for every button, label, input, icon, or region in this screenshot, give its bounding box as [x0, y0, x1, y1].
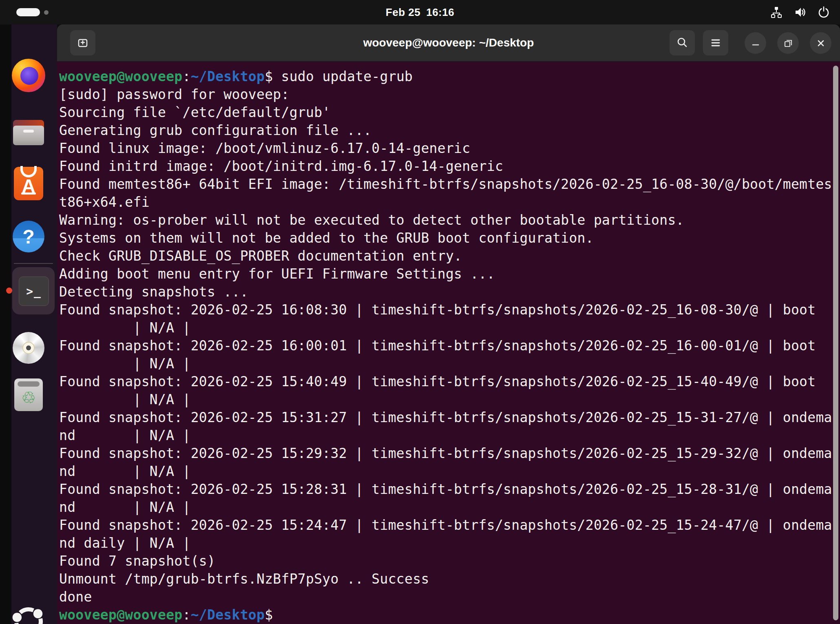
terminal-line: Found 7 snapshot(s): [59, 552, 832, 570]
terminal-line: Found snapshot: 2026-02-25 15:31:27 | ti…: [59, 409, 832, 427]
recycle-symbol: ♲: [21, 389, 36, 406]
desktop: Feb 25 16:16: [0, 0, 840, 624]
dock-item-terminal[interactable]: >_: [19, 277, 49, 306]
network-wired-icon[interactable]: [770, 6, 783, 19]
terminal-scrollbar[interactable]: [833, 66, 838, 620]
clock-date: Feb 25: [386, 6, 420, 19]
terminal-line: [sudo] password for wooveep:: [59, 86, 832, 104]
terminal-line: Found snapshot: 2026-02-25 15:40:49 | ti…: [59, 373, 832, 391]
dock-separator: [14, 263, 53, 264]
clock[interactable]: Feb 25 16:16: [0, 0, 840, 24]
dock-item-help[interactable]: ?: [0, 221, 57, 252]
help-icon: ?: [13, 221, 44, 252]
terminal-line: Warning: os-prober will not be executed …: [59, 211, 832, 229]
terminal-icon: >_: [26, 285, 42, 298]
dock-item-trash[interactable]: ♲: [0, 378, 57, 411]
dock-item-cd[interactable]: [0, 332, 57, 364]
terminal-line: done: [59, 588, 832, 606]
app-center-icon: A: [14, 167, 43, 200]
dock-item-firefox[interactable]: [0, 59, 57, 92]
terminal-line: wooveep@wooveep:~/Desktop$ sudo update-g…: [59, 68, 832, 86]
system-status-area[interactable]: [770, 0, 830, 24]
terminal-line: Unmount /tmp/grub-btrfs.NzBfP7pSyo .. Su…: [59, 570, 832, 588]
search-icon: [675, 36, 689, 50]
power-icon[interactable]: [817, 6, 830, 19]
clock-time: 16:16: [426, 6, 454, 19]
minimize-icon: [750, 38, 761, 49]
terminal-line: | N/A |: [59, 355, 832, 373]
restore-button[interactable]: [777, 32, 799, 54]
search-button[interactable]: [670, 30, 695, 55]
terminal-line: Found initrd image: /boot/initrd.img-6.1…: [59, 157, 832, 175]
terminal-line: t86+x64.efi: [59, 193, 832, 211]
close-button[interactable]: [810, 32, 831, 54]
terminal-line: Detecting snapshots ...: [59, 283, 832, 301]
terminal-line: Adding boot menu entry for UEFI Firmware…: [59, 265, 832, 283]
titlebar[interactable]: wooveep@wooveep: ~/Desktop: [57, 24, 840, 62]
terminal-running-indicator: [6, 288, 12, 294]
dock-item-app-center[interactable]: A: [0, 167, 57, 200]
firefox-icon: [12, 59, 45, 92]
terminal-line: Found snapshot: 2026-02-25 15:28:31 | ti…: [59, 480, 832, 498]
menu-button[interactable]: [703, 30, 728, 55]
terminal-line: wooveep@wooveep:~/Desktop$: [59, 606, 832, 624]
menu-icon: [709, 36, 723, 50]
ubuntu-logo-icon: [12, 605, 45, 624]
terminal-line: Found linux image: /boot/vmlinuz-6.17.0-…: [59, 139, 832, 157]
terminal-line: nd | N/A |: [59, 427, 832, 445]
new-tab-icon: [76, 36, 90, 50]
terminal-line: Found snapshot: 2026-02-25 16:00:01 | ti…: [59, 337, 832, 355]
dock: A ? >_ ♲: [0, 24, 57, 624]
terminal-line: nd | N/A |: [59, 498, 832, 516]
terminal-line: Systems on them will not be added to the…: [59, 229, 832, 247]
terminal-line: Generating grub configuration file ...: [59, 122, 832, 139]
close-icon: [816, 38, 826, 49]
terminal-line: | N/A |: [59, 319, 832, 337]
top-bar: Feb 25 16:16: [0, 0, 840, 24]
dock-item-files[interactable]: [0, 120, 57, 145]
terminal-output: wooveep@wooveep:~/Desktop$ sudo update-g…: [59, 68, 832, 624]
minimize-button[interactable]: [745, 32, 766, 54]
terminal-body[interactable]: wooveep@wooveep:~/Desktop$ sudo update-g…: [57, 62, 840, 624]
restore-icon: [783, 38, 794, 49]
terminal-line: Found snapshot: 2026-02-25 15:24:47 | ti…: [59, 516, 832, 534]
files-folder-icon: [13, 120, 44, 145]
terminal-line: | N/A |: [59, 391, 832, 409]
cd-disc-icon: [13, 332, 44, 364]
terminal-window: wooveep@wooveep: ~/Desktop: [57, 24, 840, 624]
terminal-line: nd | N/A |: [59, 462, 832, 480]
terminal-line: Sourcing file `/etc/default/grub': [59, 104, 832, 122]
volume-icon[interactable]: [794, 6, 807, 19]
new-tab-button[interactable]: [70, 30, 95, 55]
terminal-line: Check GRUB_DISABLE_OS_PROBER documentati…: [59, 247, 832, 265]
dock-item-ubuntu[interactable]: [0, 605, 57, 624]
trash-icon: ♲: [14, 378, 43, 411]
terminal-line: Found memtest86+ 64bit EFI image: /times…: [59, 175, 832, 193]
terminal-line: nd daily | N/A |: [59, 534, 832, 552]
terminal-line: Found snapshot: 2026-02-25 16:08:30 | ti…: [59, 301, 832, 319]
terminal-line: Found snapshot: 2026-02-25 15:29:32 | ti…: [59, 445, 832, 462]
